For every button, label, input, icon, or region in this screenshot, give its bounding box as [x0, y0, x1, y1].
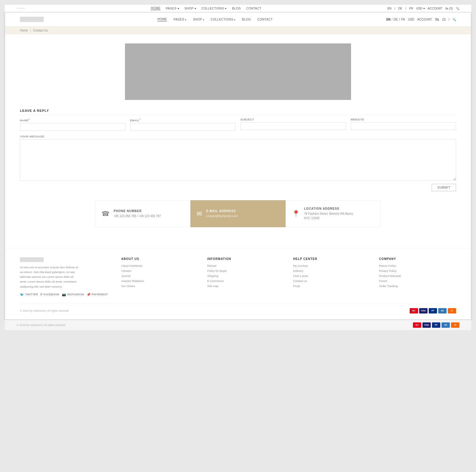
location-icon: 📍: [292, 210, 300, 218]
account-link[interactable]: ACCOUNT: [428, 7, 442, 10]
contact-box-email: ✉ E-MAIL ADDRESS contact@fashionist.com: [190, 200, 286, 227]
main-content: LEAVE A REPLY NAME* EMAIL* SUBJECT: [5, 35, 471, 248]
social-facebook[interactable]: f FACEBOOK: [40, 293, 60, 297]
footer-col-company: COMPANY Return Policy Privacy Policy Pro…: [379, 257, 456, 297]
top-nav-contact[interactable]: CONTACT: [246, 7, 262, 10]
footer-logo: [20, 257, 44, 262]
footer-col-help: HELP CENTER My Account Delivery Find a s…: [293, 257, 370, 297]
social-pinterest[interactable]: 📌 PINTEREST: [87, 293, 108, 297]
top-nav-right: EN / DE / FR USD ▾ ACCOUNT 🛍 (3) 🔍: [387, 7, 459, 10]
footer-link-careers[interactable]: Careers: [121, 269, 198, 272]
footer: At vero eos et accusam et justo duo dolo…: [5, 248, 471, 319]
inner-account[interactable]: ACCOUNT: [417, 18, 432, 21]
website-input[interactable]: [351, 122, 456, 130]
top-nav-collections[interactable]: COLLECTIONS ▾: [201, 7, 227, 10]
breadcrumb: Home » Contact Us: [5, 26, 471, 35]
footer-link-ordertracking[interactable]: Order Tracking: [379, 284, 456, 288]
footer-link-faqs[interactable]: FAQs: [293, 284, 370, 288]
social-instagram[interactable]: 📷 INSTAGRAM: [62, 293, 84, 297]
footer-link-forum[interactable]: Forum: [379, 279, 456, 283]
footer-link-about-fashionist[interactable]: About Fashionist: [121, 264, 198, 267]
footer-link-delivery[interactable]: Delivery: [293, 269, 370, 272]
footer-copyright: © 2016 by Fashionist | All rights reserv…: [20, 309, 69, 312]
location-text: LOCATION ADDRESS 78 Fashion Street, Beve…: [304, 207, 353, 220]
inner-lang-fr[interactable]: FR: [401, 18, 405, 21]
form-row-1: NAME* EMAIL* SUBJECT WEBSITE: [20, 118, 456, 131]
footer-link-journal[interactable]: Journal: [121, 274, 198, 277]
subject-input[interactable]: [240, 122, 346, 130]
contact-box-location: 📍 LOCATION ADDRESS 78 Fashion Street, Be…: [286, 200, 381, 227]
footer-link-warranty[interactable]: Product Warranty: [379, 274, 456, 277]
lang-fr[interactable]: FR: [409, 7, 413, 10]
top-nav-pages[interactable]: PAGES ▾: [166, 7, 179, 10]
lang-de[interactable]: DE: [398, 7, 403, 10]
page-container: HOME PAGES SHOP COLLECTIONS BLOG CONTACT…: [5, 12, 471, 320]
currency-select[interactable]: USD ▾: [416, 7, 425, 10]
email-input[interactable]: [130, 123, 236, 131]
inner-nav-shop[interactable]: SHOP: [193, 18, 204, 21]
inner-logo: [20, 17, 44, 22]
message-group: YOUR MESSAGE: [20, 135, 456, 181]
subject-label: SUBJECT: [240, 118, 346, 121]
phone-title: PHONE NUMBER: [114, 209, 161, 213]
map-image: [125, 43, 351, 100]
top-nav-blog[interactable]: BLOG: [232, 7, 241, 10]
second-payment-mc: MC: [413, 322, 421, 328]
inner-lang-en[interactable]: EN: [386, 18, 391, 21]
footer-link-sitemap[interactable]: Site map: [207, 284, 284, 288]
inner-header-right: EN / DE / FR USD ACCOUNT 🛍 (3) / 🔍: [386, 17, 456, 22]
footer-link-ecommerce[interactable]: E-Commerce: [207, 279, 284, 283]
second-payment-pp: PP: [432, 322, 440, 328]
inner-nav-home[interactable]: HOME: [157, 18, 167, 21]
email-icon: ✉: [197, 210, 202, 218]
inner-cart-count: (3): [442, 18, 446, 21]
footer-link-privacy[interactable]: Privacy Policy: [379, 269, 456, 272]
footer-col-info-title: INFORMATION: [207, 257, 284, 261]
footer-col-info: INFORMATION Refund Policy for Buyer Ship…: [207, 257, 284, 297]
inner-lang-de[interactable]: DE: [394, 18, 398, 21]
top-nav-home[interactable]: HOME: [151, 7, 160, 10]
cart-icon[interactable]: 🛍 (3): [445, 7, 453, 10]
second-payment-icons: MC VISA PP AE DI: [413, 322, 459, 328]
footer-link-findstore[interactable]: Find a store: [293, 274, 370, 277]
name-label: NAME*: [20, 118, 126, 122]
footer-link-contactus[interactable]: Contact Us: [293, 279, 370, 283]
inner-search-icon[interactable]: 🔍: [452, 18, 456, 21]
contact-boxes: ☎ PHONE NUMBER +85 123 456 789 / +49 123…: [20, 200, 456, 227]
submit-button[interactable]: SUBMIT: [432, 184, 456, 191]
footer-link-investor[interactable]: Investor Relations: [121, 279, 198, 283]
social-twitter[interactable]: 🐦 TWITTER: [20, 293, 38, 297]
footer-link-shipping[interactable]: Shipping: [207, 274, 284, 277]
top-nav-shop[interactable]: SHOP ▾: [184, 7, 196, 10]
message-textarea[interactable]: [20, 139, 456, 181]
name-input[interactable]: [20, 123, 126, 131]
email-group: EMAIL*: [130, 118, 236, 131]
footer-col-about-title: ABOUT US: [121, 257, 198, 261]
inner-nav-pages[interactable]: PAGES: [173, 18, 186, 21]
inner-header: HOME PAGES SHOP COLLECTIONS BLOG CONTACT…: [5, 12, 471, 26]
website-group: WEBSITE: [351, 118, 456, 131]
payment-mastercard: MC: [410, 308, 418, 313]
breadcrumb-home[interactable]: Home: [20, 29, 28, 32]
inner-nav-collections[interactable]: COLLECTIONS: [211, 18, 235, 21]
footer-link-myaccount[interactable]: My Account: [293, 264, 370, 267]
footer-link-policy-buyer[interactable]: Policy for Buyer: [207, 269, 284, 272]
footer-link-stores[interactable]: Our Stores: [121, 284, 198, 288]
inner-nav-contact[interactable]: CONTACT: [257, 18, 273, 21]
search-icon[interactable]: 🔍: [456, 7, 459, 10]
contact-box-phone: ☎ PHONE NUMBER +85 123 456 789 / +49 123…: [95, 200, 190, 227]
inner-nav-blog[interactable]: BLOG: [242, 18, 251, 21]
second-payment-am: AE: [441, 322, 450, 328]
footer-col-info-links: Refund Policy for Buyer Shipping E-Comme…: [207, 264, 284, 288]
submit-row: SUBMIT: [20, 184, 456, 191]
top-nav-links: HOME PAGES ▾ SHOP ▾ COLLECTIONS ▾ BLOG C…: [151, 7, 262, 10]
lang-en[interactable]: EN: [387, 7, 392, 10]
inner-cart-icon[interactable]: 🛍: [435, 17, 439, 22]
inner-currency[interactable]: USD: [408, 18, 414, 21]
footer-link-return[interactable]: Return Policy: [379, 264, 456, 267]
second-payment-visa: VISA: [422, 322, 431, 328]
footer-col-company-links: Return Policy Privacy Policy Product War…: [379, 264, 456, 288]
footer-col-help-title: HELP CENTER: [293, 257, 370, 261]
footer-link-refund[interactable]: Refund: [207, 264, 284, 267]
footer-col-about-links: About Fashionist Careers Journal Investo…: [121, 264, 198, 288]
